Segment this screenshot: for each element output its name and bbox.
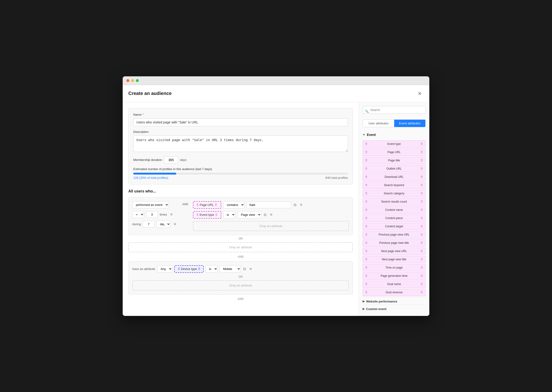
or-divider-2: OR: [132, 275, 349, 279]
copy-button-3[interactable]: ⧉: [243, 266, 246, 272]
sidebar-event-item[interactable]: ⠿ Goal revenue ⠿: [363, 289, 426, 296]
event-type-chip[interactable]: ⠿ Event type ⠿: [193, 211, 221, 219]
drag-right-icon: ⠿: [421, 151, 423, 154]
sidebar-event-item[interactable]: ⠿ Previous page view title ⠿: [363, 239, 426, 247]
drag-left-icon: ⠿: [365, 225, 368, 228]
estimate-count[interactable]: 128 (20% of total profiles): [133, 176, 168, 180]
days-select[interactable]: days: [156, 221, 171, 228]
sidebar-event-item[interactable]: ⠿ Page title ⠿: [363, 157, 426, 164]
is-select-2[interactable]: is: [205, 265, 218, 273]
any-select[interactable]: Any: [157, 265, 173, 273]
drag-right-icon: ⠿: [421, 200, 423, 203]
copy-button-1[interactable]: ⧉: [293, 202, 297, 208]
sidebar-event-item[interactable]: ⠿ Download URL ⠿: [363, 173, 426, 181]
sidebar-event-item[interactable]: ⠿ Time on page ⠿: [363, 264, 426, 271]
sale-input[interactable]: [247, 201, 291, 208]
copy-button-2[interactable]: ⧉: [263, 212, 267, 217]
tab-user-attributes[interactable]: User attributes: [363, 120, 394, 127]
website-section-label: Website performance: [366, 300, 397, 303]
custom-section-header[interactable]: ▶ Custom event: [363, 305, 426, 312]
drag-handle-2-icon: ⠿: [196, 213, 199, 217]
drag-left-icon: ⠿: [365, 241, 368, 245]
event-select[interactable]: performed an event: [132, 201, 169, 209]
sidebar-event-item[interactable]: ⠿ Content piece ⠿: [363, 215, 426, 222]
membership-label: Membership duration: [133, 158, 162, 162]
estimate-section: Estimated number of profiles in this aud…: [133, 167, 348, 180]
remove-row1-button[interactable]: ✕: [299, 202, 304, 208]
tab-event-attributes[interactable]: Event attributes: [394, 120, 426, 127]
name-input[interactable]: [133, 118, 348, 126]
drag-right-icon: ⠿: [421, 142, 423, 146]
tab-buttons: User attributes Event attributes: [363, 119, 426, 127]
sidebar-event-item[interactable]: ⠿ Search results count ⠿: [363, 198, 426, 205]
drag-left-icon: ⠿: [365, 151, 368, 154]
search-input[interactable]: [363, 106, 426, 114]
modal: Create an audience ✕ Name * Description …: [123, 85, 429, 316]
drag-left-icon: ⠿: [365, 200, 368, 203]
event-chevron-icon: ▼: [363, 133, 365, 136]
drag-left-icon: ⠿: [365, 192, 368, 195]
estimate-stats: 128 (20% of total profiles) 640 total pr…: [133, 176, 348, 180]
operator-select[interactable]: =: [132, 211, 144, 218]
attr-item-label: Goal revenue: [385, 291, 402, 294]
modal-title: Create an audience: [128, 91, 172, 96]
page-view-select[interactable]: Page view: [237, 211, 261, 218]
estimate-total: 640 total profiles: [326, 176, 348, 180]
sidebar-event-item[interactable]: ⠿ Page URL ⠿: [363, 149, 426, 156]
mobile-select[interactable]: Mobile: [220, 265, 241, 273]
sidebar-event-item[interactable]: ⠿ Page generation time ⠿: [363, 272, 426, 280]
minimize-dot[interactable]: [131, 79, 134, 82]
sidebar-event-item[interactable]: ⠿ Previous page view URL ⠿: [363, 231, 426, 238]
search-icon: 🔍: [365, 110, 369, 113]
drag-right-icon: ⠿: [421, 258, 423, 261]
attr-item-label: Search keyword: [384, 183, 404, 187]
membership-row: Membership duration days: [133, 156, 348, 163]
close-button[interactable]: ✕: [416, 90, 424, 97]
fullscreen-dot[interactable]: [136, 79, 139, 82]
times-input[interactable]: [146, 211, 158, 218]
times-label: times: [160, 213, 167, 216]
during-label: during: [132, 222, 141, 226]
event-type-label: Event type: [200, 213, 214, 217]
drag-right-icon: ⠿: [421, 192, 423, 195]
device-type-chip[interactable]: ⠿ Device type ⠿: [174, 265, 203, 273]
description-label: Description: [133, 130, 348, 133]
remove-row2-button[interactable]: ✕: [269, 212, 274, 217]
titlebar: [123, 76, 429, 85]
and-label-1: AND: [182, 203, 188, 206]
sidebar-event-item[interactable]: ⠿ Content target ⠿: [363, 223, 426, 230]
app-window: Create an audience ✕ Name * Description …: [123, 76, 429, 316]
drag-left-icon: ⠿: [365, 291, 368, 294]
remove-times-button[interactable]: ✕: [169, 212, 174, 217]
sidebar-event-item[interactable]: ⠿ Event type ⠿: [363, 140, 426, 148]
have-label: have an attribute: [132, 267, 155, 271]
remove-group2-button[interactable]: ✕: [248, 266, 253, 272]
sidebar-event-item[interactable]: ⠿ Goal name ⠿: [363, 280, 426, 288]
drag-handle-2right-icon: ⠿: [215, 213, 218, 217]
membership-input[interactable]: [164, 156, 178, 163]
attr-item-label: Page title: [388, 159, 400, 162]
sidebar-event-item[interactable]: ⠿ Search category ⠿: [363, 190, 426, 197]
sidebar-event-item[interactable]: ⠿ Content name ⠿: [363, 206, 426, 214]
drag-left-icon: ⠿: [365, 266, 368, 269]
is-select[interactable]: is: [223, 211, 235, 218]
page-url-chip[interactable]: ⠿ Page URL ⠿: [193, 201, 221, 209]
contains-select[interactable]: contains: [223, 201, 245, 209]
description-input[interactable]: Users who visited page with "Sale" in UR…: [133, 135, 348, 152]
close-dot[interactable]: [126, 79, 129, 82]
times-condition-row: = times ✕: [132, 211, 177, 218]
sidebar-event-item[interactable]: ⠿ Search keyword ⠿: [363, 182, 426, 189]
sidebar-event-item[interactable]: ⠿ Next page view title ⠿: [363, 256, 426, 263]
search-wrapper: 🔍: [363, 106, 426, 117]
sidebar-event-item[interactable]: ⠿ Next page view URL ⠿: [363, 248, 426, 255]
website-section-header[interactable]: ▶ Website performance: [363, 297, 426, 305]
drag-handle-right-icon: ⠿: [215, 203, 217, 207]
remove-during-button[interactable]: ✕: [173, 221, 177, 227]
and-divider-1: AND: [128, 255, 353, 259]
condition-group-1: performed an event = times ✕: [128, 197, 353, 235]
event-section-header[interactable]: ▼ Event: [363, 131, 426, 139]
drag-handle-3right-icon: ⠿: [198, 267, 200, 271]
drag-left-icon: ⠿: [365, 250, 368, 253]
sidebar-event-item[interactable]: ⠿ Outlink URL ⠿: [363, 165, 426, 172]
days-input[interactable]: [143, 221, 154, 228]
